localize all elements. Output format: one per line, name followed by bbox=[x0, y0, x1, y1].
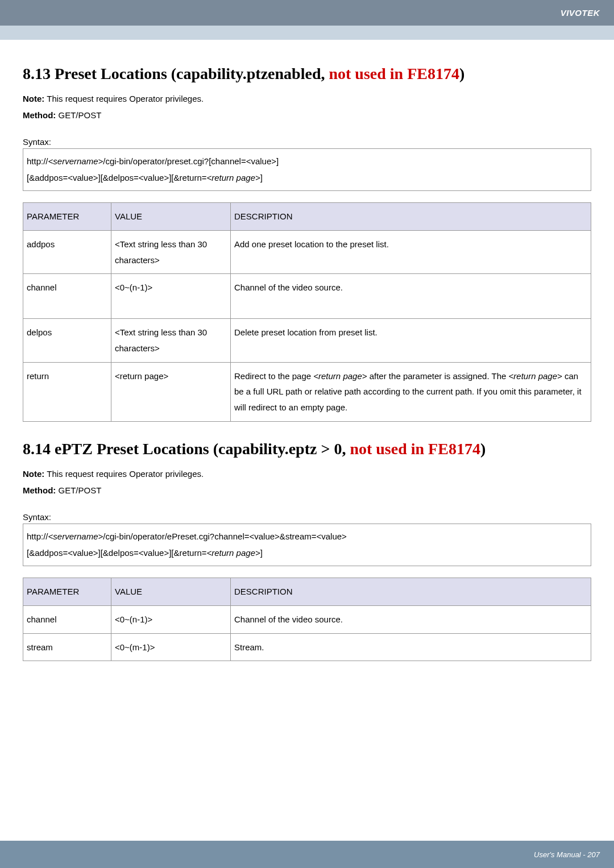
method-text: GET/POST bbox=[56, 485, 101, 495]
cell-parameter: addpos bbox=[23, 230, 111, 274]
syntax-text: http:// bbox=[27, 531, 48, 541]
cell-parameter: stream bbox=[23, 633, 111, 661]
syntax-box: http://<servername>/cgi-bin/operator/ePr… bbox=[23, 524, 591, 566]
parameter-table-814: PARAMETER VALUE DESCRIPTION channel <0~(… bbox=[23, 578, 591, 661]
desc-text-italic: <return page> bbox=[313, 371, 367, 381]
cell-description: Redirect to the page <return page> after… bbox=[231, 362, 591, 421]
note-line: Note: This request requires Operator pri… bbox=[23, 468, 591, 480]
method-label: Method: bbox=[23, 110, 56, 120]
method-label: Method: bbox=[23, 485, 56, 495]
section-heading-814: 8.14 ePTZ Preset Locations (capability.e… bbox=[23, 438, 591, 460]
heading-text: 8.14 ePTZ Preset Locations (capability.e… bbox=[23, 440, 350, 458]
syntax-label: Syntax: bbox=[23, 512, 591, 522]
table-row: channel <0~(n-1)> Channel of the video s… bbox=[23, 605, 591, 633]
heading-red-text: not used in FE8174 bbox=[350, 440, 480, 458]
table-row: stream <0~(m-1)> Stream. bbox=[23, 633, 591, 661]
col-header-description: DESCRIPTION bbox=[231, 578, 591, 606]
method-text: GET/POST bbox=[56, 110, 101, 120]
desc-text: after the parameter is assigned. The bbox=[367, 371, 509, 381]
syntax-text: /cgi-bin/operator/ePreset.cgi?channel=<v… bbox=[103, 531, 347, 541]
table-header-row: PARAMETER VALUE DESCRIPTION bbox=[23, 578, 591, 606]
cell-value: <Text string less than 30 characters> bbox=[111, 230, 231, 274]
syntax-text-italic: <return page> bbox=[207, 548, 260, 558]
cell-description: Delete preset location from preset list. bbox=[231, 319, 591, 363]
page-footer: User's Manual - 207 bbox=[0, 841, 614, 868]
table-row: addpos <Text string less than 30 charact… bbox=[23, 230, 591, 274]
table-row: return <return page> Redirect to the pag… bbox=[23, 362, 591, 421]
table-row: delpos <Text string less than 30 charact… bbox=[23, 319, 591, 363]
cell-value: <0~(n-1)> bbox=[111, 274, 231, 319]
method-line: Method: GET/POST bbox=[23, 484, 591, 496]
note-text: This request requires Operator privilege… bbox=[44, 94, 204, 103]
cell-parameter: channel bbox=[23, 274, 111, 319]
syntax-label: Syntax: bbox=[23, 137, 591, 147]
heading-red-text: not used in FE8174 bbox=[329, 65, 459, 82]
syntax-text: [&addpos=<value>][&delpos=<value>][&retu… bbox=[27, 173, 207, 182]
col-header-parameter: PARAMETER bbox=[23, 578, 111, 606]
cell-value: <0~(n-1)> bbox=[111, 605, 231, 633]
heading-suffix: ) bbox=[459, 65, 464, 82]
table-header-row: PARAMETER VALUE DESCRIPTION bbox=[23, 203, 591, 231]
cell-parameter: delpos bbox=[23, 319, 111, 363]
syntax-text: [&addpos=<value>][&delpos=<value>][&retu… bbox=[27, 548, 207, 558]
header-underband bbox=[0, 26, 614, 40]
syntax-box: http://<servername>/cgi-bin/operator/pre… bbox=[23, 148, 591, 191]
header-band: VIVOTEK bbox=[0, 0, 614, 26]
section-heading-813: 8.13 Preset Locations (capability.ptzena… bbox=[23, 63, 591, 85]
col-header-parameter: PARAMETER bbox=[23, 203, 111, 231]
col-header-description: DESCRIPTION bbox=[231, 203, 591, 231]
col-header-value: VALUE bbox=[111, 578, 231, 606]
cell-value: <Text string less than 30 characters> bbox=[111, 319, 231, 363]
syntax-text: /cgi-bin/operator/preset.cgi?[channel=<v… bbox=[103, 156, 279, 166]
page-content: 8.13 Preset Locations (capability.ptzena… bbox=[0, 40, 614, 661]
syntax-text: ] bbox=[260, 548, 263, 558]
heading-text: 8.13 Preset Locations (capability.ptzena… bbox=[23, 65, 329, 82]
footer-text: User's Manual - 207 bbox=[534, 850, 600, 859]
method-line: Method: GET/POST bbox=[23, 109, 591, 121]
syntax-text: http:// bbox=[27, 156, 48, 166]
syntax-text: ] bbox=[260, 173, 263, 182]
parameter-table-813: PARAMETER VALUE DESCRIPTION addpos <Text… bbox=[23, 202, 591, 422]
cell-description: Add one preset location to the preset li… bbox=[231, 230, 591, 274]
heading-suffix: ) bbox=[480, 440, 486, 458]
cell-parameter: channel bbox=[23, 605, 111, 633]
cell-description: Channel of the video source. bbox=[231, 605, 591, 633]
cell-description: Channel of the video source. bbox=[231, 274, 591, 319]
syntax-text-italic: <servername> bbox=[48, 156, 103, 166]
desc-text: Redirect to the page bbox=[234, 371, 313, 381]
brand-logo: VIVOTEK bbox=[561, 8, 600, 18]
cell-value: <0~(m-1)> bbox=[111, 633, 231, 661]
note-text: This request requires Operator privilege… bbox=[44, 469, 204, 479]
desc-text-italic: <return page> bbox=[509, 371, 562, 381]
table-row: channel <0~(n-1)> Channel of the video s… bbox=[23, 274, 591, 319]
note-line: Note: This request requires Operator pri… bbox=[23, 93, 591, 105]
cell-value: <return page> bbox=[111, 362, 231, 421]
note-label: Note: bbox=[23, 94, 44, 103]
col-header-value: VALUE bbox=[111, 203, 231, 231]
syntax-text-italic: <return page> bbox=[207, 173, 260, 182]
cell-parameter: return bbox=[23, 362, 111, 421]
note-label: Note: bbox=[23, 469, 44, 479]
cell-description: Stream. bbox=[231, 633, 591, 661]
syntax-text-italic: <servername> bbox=[48, 531, 103, 541]
